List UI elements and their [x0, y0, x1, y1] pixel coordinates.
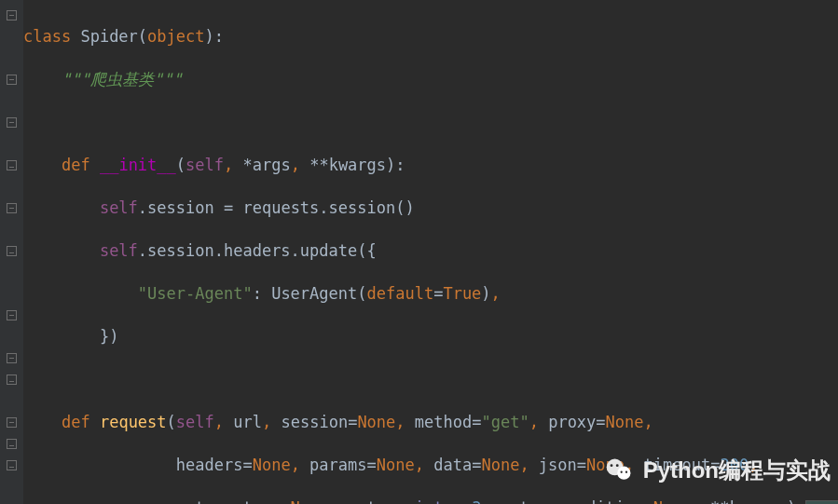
watermark: Python编程与实战	[604, 456, 831, 485]
default-keyword: default	[367, 284, 434, 303]
gutter-row	[0, 326, 23, 347]
gutter-row	[0, 69, 23, 90]
gutter-row	[0, 133, 23, 155]
svg-point-3	[615, 464, 618, 467]
fold-icon[interactable]	[7, 75, 17, 85]
self-param: self	[185, 156, 224, 174]
gutter-row	[0, 155, 23, 176]
code-line[interactable]: def request(self, url, session=None, met…	[23, 412, 838, 433]
fold-icon[interactable]	[7, 10, 17, 20]
docstring: """爬虫基类"""	[62, 70, 182, 89]
code-line[interactable]	[23, 369, 838, 390]
gutter-row	[0, 412, 23, 433]
code-editor: class Spider(object): """爬虫基类""" def __i…	[0, 0, 838, 504]
fold-end-icon[interactable]	[7, 439, 17, 449]
string-literal: "User-Agent"	[138, 284, 253, 303]
code-line[interactable]	[23, 112, 838, 133]
gutter	[0, 0, 23, 504]
code-line[interactable]: return_type=None, retry: int = 3, retry_…	[23, 497, 838, 504]
fold-end-icon[interactable]	[7, 460, 17, 470]
gutter-row	[0, 390, 23, 412]
object-keyword: object	[147, 27, 204, 46]
gutter-row	[0, 198, 23, 219]
true-keyword: True	[443, 284, 481, 303]
fold-end-icon[interactable]	[7, 375, 17, 385]
svg-point-2	[610, 464, 612, 467]
svg-point-4	[620, 471, 622, 473]
wechat-icon	[604, 456, 634, 485]
code-line[interactable]: class Spider(object):	[23, 26, 838, 48]
code-line[interactable]: self.session.headers.update({	[23, 240, 838, 262]
gutter-row	[0, 433, 23, 455]
gutter-row	[0, 240, 23, 262]
gutter-row	[0, 262, 23, 283]
init-method: __init__	[100, 156, 176, 174]
fold-icon[interactable]	[7, 310, 17, 320]
code-area[interactable]: class Spider(object): """爬虫基类""" def __i…	[23, 0, 838, 504]
gutter-row	[0, 48, 23, 69]
fold-icon[interactable]	[7, 117, 17, 128]
gutter-row	[0, 5, 23, 26]
gutter-row	[0, 176, 23, 198]
class-keyword: class	[23, 27, 71, 46]
gutter-row	[0, 219, 23, 240]
gutter-row	[0, 26, 23, 48]
svg-point-1	[617, 467, 630, 480]
fold-end-icon[interactable]	[7, 246, 17, 256]
gutter-row	[0, 347, 23, 369]
gutter-row	[0, 305, 23, 326]
class-name: Spider	[71, 27, 138, 46]
code-line[interactable]: "User-Agent": UserAgent(default=True),	[23, 283, 838, 305]
code-line[interactable]: self.session = requests.session()	[23, 198, 838, 219]
def-keyword: def	[62, 156, 90, 174]
fold-icon[interactable]	[7, 203, 17, 213]
code-line[interactable]: })	[23, 326, 838, 347]
gutter-row	[0, 90, 23, 112]
gutter-row	[0, 455, 23, 476]
fold-icon[interactable]	[7, 417, 17, 428]
gutter-row	[0, 112, 23, 133]
gutter-row	[0, 283, 23, 305]
svg-point-5	[625, 471, 627, 473]
code-line[interactable]: """爬虫基类"""	[23, 69, 838, 90]
fold-icon[interactable]	[7, 353, 17, 363]
code-fold-ellipsis[interactable]: ...	[805, 500, 838, 504]
watermark-text: Python编程与实战	[643, 456, 831, 485]
gutter-row	[0, 369, 23, 390]
request-method: request	[100, 413, 167, 431]
fold-end-icon[interactable]	[7, 160, 17, 170]
code-line[interactable]: def __init__(self, *args, **kwargs):	[23, 155, 838, 176]
